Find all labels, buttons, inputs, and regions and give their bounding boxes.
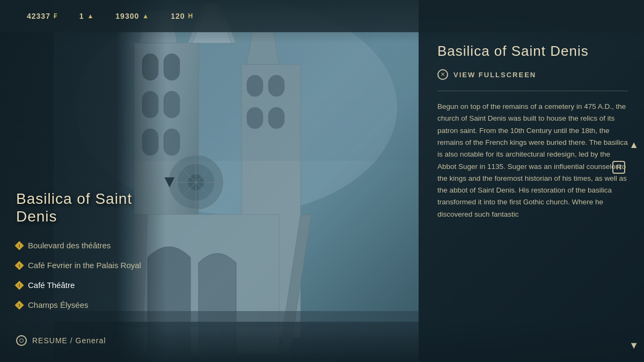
stat2: 19300 ▲ [115, 12, 149, 20]
menu-item-label: Champs Élysées [28, 300, 89, 309]
menu-item-label: Boulevard des théâtres [28, 241, 111, 250]
stat3-icon: H [188, 12, 194, 20]
currency-icon: ₣ [54, 12, 58, 20]
stat1: 1 ▲ [79, 12, 94, 20]
r-label: R [617, 164, 621, 171]
diamond-icon [15, 261, 24, 270]
r-button[interactable]: R [612, 161, 625, 174]
resume-label: RESUME / General [32, 336, 106, 345]
description-text: Begun on top of the remains of a cemeter… [437, 101, 628, 351]
scroll-up-button[interactable]: ▲ [629, 139, 639, 151]
menu-item-label: Café Fevrier in the Palais Royal [28, 261, 141, 270]
left-panel: Basilica of Saint Denis Boulevard des th… [0, 0, 166, 362]
menu-list: Boulevard des théâtres Café Fevrier in t… [0, 237, 166, 314]
x-symbol: ✕ [441, 72, 445, 77]
circle-inner [19, 338, 24, 343]
currency-value: 42337 [27, 12, 50, 20]
currency-stat: 42337 ₣ [27, 12, 58, 20]
stat1-icon: ▲ [87, 12, 94, 20]
stat3-value: 120 [171, 12, 185, 20]
x-circle-icon: ✕ [437, 69, 448, 80]
list-item[interactable]: Champs Élysées [11, 296, 156, 314]
list-item-active[interactable]: Café Théâtre [11, 276, 156, 294]
diamond-icon [15, 300, 24, 309]
diamond-icon [15, 280, 24, 290]
view-fullscreen-label: VIEW FULLSCREEN [453, 71, 536, 79]
diamond-icon [15, 241, 24, 250]
stat1-value: 1 [79, 12, 84, 20]
stat2-value: 19300 [115, 12, 139, 20]
center-arrow: ▼ [161, 171, 178, 191]
circle-icon [16, 335, 27, 346]
scroll-down-button[interactable]: ▼ [629, 340, 639, 351]
right-panel: Basilica of Saint Denis ✕ VIEW FULLSCREE… [419, 0, 644, 362]
hud-bar: 42337 ₣ 1 ▲ 19300 ▲ 120 H [0, 0, 644, 32]
stat2-icon: ▲ [142, 12, 149, 20]
stat3: 120 H [171, 12, 193, 20]
list-item[interactable]: Boulevard des théâtres [11, 237, 156, 254]
list-item[interactable]: Café Fevrier in the Palais Royal [11, 256, 156, 274]
menu-item-label: Café Théâtre [28, 280, 75, 290]
divider [437, 91, 628, 91]
resume-button[interactable]: RESUME / General [0, 330, 166, 351]
location-title-right: Basilica of Saint Denis [437, 43, 628, 60]
view-fullscreen-button[interactable]: ✕ VIEW FULLSCREEN [437, 69, 628, 80]
location-title-left: Basilica of Saint Denis [0, 190, 166, 237]
